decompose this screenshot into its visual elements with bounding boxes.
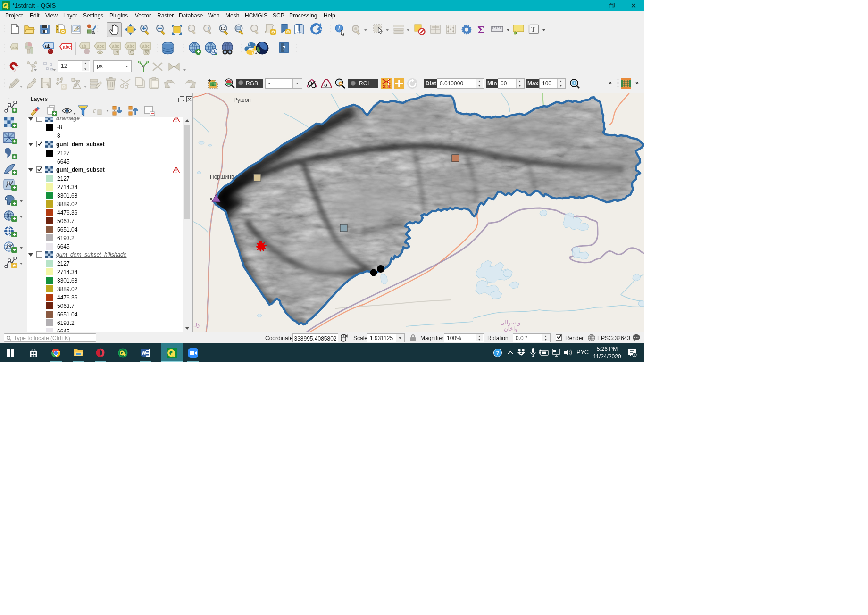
svg-text:T: T <box>531 26 535 33</box>
svg-text:σ: σ <box>324 81 327 88</box>
svg-text:واخان: واخان <box>504 325 517 332</box>
svg-text:W: W <box>142 350 147 356</box>
svg-text:x: x <box>210 196 212 201</box>
svg-text:a: a <box>92 29 95 34</box>
svg-text:abc: abc <box>63 44 71 50</box>
svg-text:Σ: Σ <box>477 24 485 35</box>
svg-text:ول: ول <box>193 322 200 328</box>
svg-text:abc: abc <box>97 44 105 49</box>
svg-text:abc: abc <box>127 44 135 49</box>
svg-text:Рушон: Рушон <box>234 97 251 103</box>
svg-text:Поршинв: Поршинв <box>210 174 234 180</box>
svg-text:?: ? <box>282 44 286 51</box>
svg-text:ab: ab <box>45 43 51 49</box>
svg-text:?: ? <box>496 350 500 357</box>
svg-text:T: T <box>7 213 10 218</box>
svg-text:1:1: 1:1 <box>221 26 226 31</box>
svg-text:ab: ab <box>82 44 87 49</box>
svg-text:abc: abc <box>142 44 150 49</box>
svg-text:ε: ε <box>93 107 96 114</box>
svg-text:abc: abc <box>112 44 120 49</box>
svg-text:abc: abc <box>12 45 18 50</box>
